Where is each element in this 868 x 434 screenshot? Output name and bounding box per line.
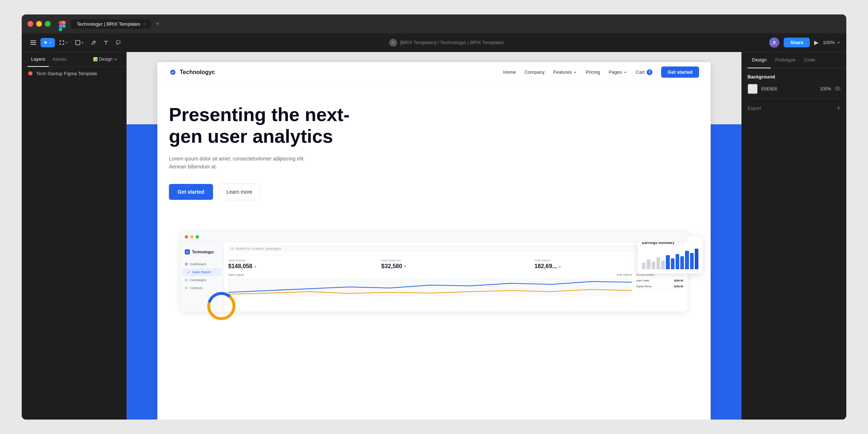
order-name-2: Sophie Moore xyxy=(636,285,652,288)
window-dot-yellow xyxy=(190,235,193,239)
svg-rect-2 xyxy=(30,44,36,45)
sales-chart: Sales report Year 2024 ▾ xyxy=(228,273,632,296)
order-row-1: John Carter $249.90 xyxy=(636,278,683,284)
left-panel: Layers Assets Design Tech Startup Figma xyxy=(22,52,127,420)
visibility-toggle-icon[interactable] xyxy=(835,86,841,93)
site-logo-text: Technologyc xyxy=(180,69,215,76)
search-placeholder: Search for contacts, campaigns xyxy=(235,247,281,250)
svg-rect-22 xyxy=(187,265,188,266)
divider xyxy=(748,98,841,99)
window-dot-green xyxy=(196,235,199,239)
right-panel-content: Background E6E6E6 100% Export + xyxy=(742,68,846,420)
right-panel-tabs: Design Prototype Code xyxy=(742,52,846,68)
breadcrumb-text: [BRIX Templates] / Technologyc | BRIX Te… xyxy=(400,40,504,45)
play-button[interactable]: ▶ xyxy=(814,39,818,46)
background-opacity-value[interactable]: 100% xyxy=(820,86,831,91)
metric-revenue: Total revenue $148,058 ▲ xyxy=(228,259,377,270)
toolbar-center: [BRIX Templates] / Technologyc | BRIX Te… xyxy=(127,39,766,47)
design-dropdown[interactable]: Design xyxy=(90,55,120,63)
dash-nav-campaigns[interactable]: Campaigns xyxy=(180,276,224,284)
chart-area xyxy=(228,278,632,296)
select-tool-button[interactable] xyxy=(41,38,55,47)
background-color-value[interactable]: E6E6E6 xyxy=(761,86,816,91)
svg-rect-20 xyxy=(187,263,188,264)
zoom-level[interactable]: 100% xyxy=(823,40,841,45)
nav-get-started-button[interactable]: Get started xyxy=(661,66,699,78)
figma-frame[interactable]: Technologyc Home Company Features Pricin… xyxy=(157,62,711,420)
earnings-bar-5 xyxy=(661,261,665,269)
tab-close-icon[interactable]: × xyxy=(143,22,145,26)
dashboard-main: Search for contacts, campaigns + Create … xyxy=(224,242,688,311)
svg-rect-18 xyxy=(185,249,190,254)
minimize-button[interactable] xyxy=(36,21,42,27)
svg-rect-19 xyxy=(185,263,186,264)
svg-point-17 xyxy=(30,73,31,74)
nav-features[interactable]: Features xyxy=(553,69,577,75)
nav-home[interactable]: Home xyxy=(503,69,516,75)
svg-point-28 xyxy=(837,88,838,89)
comment-tool-button[interactable] xyxy=(113,38,124,47)
tab-bar: Technologyc | BRIX Templates × + xyxy=(71,19,841,29)
window-dot-red xyxy=(185,235,188,239)
hero-section: Presenting the next-gen user analytics L… xyxy=(157,82,711,232)
hero-learn-more-button[interactable]: Learn more xyxy=(219,184,260,200)
earnings-bar-11 xyxy=(690,253,694,269)
earnings-bar-9 xyxy=(680,256,684,269)
dash-bottom: Sales report Year 2024 ▾ xyxy=(224,273,688,300)
export-label: Export xyxy=(748,106,761,111)
dash-metrics: Total revenue $148,058 ▲ Total expenses xyxy=(224,255,688,273)
toolbar: [BRIX Templates] / Technologyc | BRIX Te… xyxy=(22,33,846,52)
tab-assets[interactable]: Assets xyxy=(49,52,70,67)
shape-tool-button[interactable] xyxy=(72,38,87,47)
svg-point-25 xyxy=(231,248,233,249)
text-tool-button[interactable] xyxy=(101,38,111,47)
svg-point-24 xyxy=(186,287,187,288)
svg-point-23 xyxy=(185,279,187,281)
browser-window: Technologyc | BRIX Templates × + xyxy=(22,14,846,420)
svg-rect-0 xyxy=(30,40,36,41)
dashboard-container: Technologyc Dashboard Sales Report xyxy=(169,232,699,311)
nav-pricing[interactable]: Pricing xyxy=(586,69,600,75)
layer-item[interactable]: Tech Startup Figma Template xyxy=(22,67,126,80)
tab-layers[interactable]: Layers xyxy=(27,52,49,67)
blue-bar-left xyxy=(127,124,157,420)
nav-pages[interactable]: Pages xyxy=(609,69,627,75)
toolbar-left xyxy=(27,38,124,48)
active-tab[interactable]: Technologyc | BRIX Templates × xyxy=(71,19,151,29)
close-button[interactable] xyxy=(27,21,33,27)
pen-tool-button[interactable] xyxy=(88,38,99,47)
frame-tool-button[interactable] xyxy=(56,38,71,47)
dash-logo-text: Technologyc xyxy=(192,250,214,254)
earnings-bar-2 xyxy=(647,259,650,269)
svg-rect-21 xyxy=(185,265,186,266)
figma-logo-icon xyxy=(58,20,67,28)
maximize-button[interactable] xyxy=(45,21,51,27)
share-button[interactable]: Share xyxy=(784,38,810,47)
canvas-area[interactable]: Technologyc Home Company Features Pricin… xyxy=(127,52,741,420)
nav-links: Home Company Features Pricing Pages Car xyxy=(503,66,699,78)
blue-bar-right xyxy=(711,124,741,420)
tab-add-button[interactable]: + xyxy=(153,19,162,29)
tab-prototype[interactable]: Prototype xyxy=(771,52,800,68)
cart-button[interactable]: Cart 0 xyxy=(636,69,653,75)
background-color-swatch[interactable] xyxy=(748,84,758,94)
hero-get-started-button[interactable]: Get started xyxy=(169,184,213,200)
tab-code[interactable]: Code xyxy=(800,52,820,68)
right-panel: Design Prototype Code Background E6E6E6 … xyxy=(741,52,846,420)
nav-company[interactable]: Company xyxy=(524,69,545,75)
dash-search[interactable]: Search for contacts, campaigns xyxy=(228,245,646,252)
export-add-button[interactable]: + xyxy=(837,104,841,112)
design-dot-icon xyxy=(93,57,98,61)
layer-name: Tech Startup Figma Template xyxy=(36,71,97,76)
svg-rect-1 xyxy=(30,42,36,43)
dash-topbar: Search for contacts, campaigns + Create … xyxy=(224,242,688,255)
recent-orders-label: Recent orders xyxy=(636,273,683,276)
earnings-bar-7 xyxy=(671,258,675,269)
earnings-chart xyxy=(642,248,698,269)
tab-design[interactable]: Design xyxy=(748,52,771,68)
user-avatar[interactable] xyxy=(769,38,779,48)
dash-nav-dashboard[interactable]: Dashboard xyxy=(180,260,224,268)
dash-nav-sales[interactable]: Sales Report xyxy=(183,268,221,276)
menu-button[interactable] xyxy=(27,38,39,48)
order-amount-1: $249.90 xyxy=(674,279,683,282)
